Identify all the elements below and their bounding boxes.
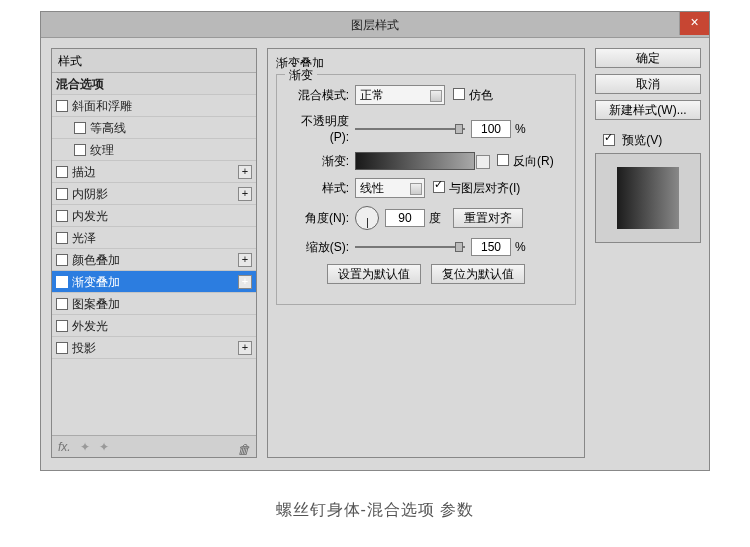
style-label: 外发光 xyxy=(72,319,108,333)
ok-button[interactable]: 确定 xyxy=(595,48,701,68)
angle-dial[interactable] xyxy=(355,206,379,230)
style-checkbox[interactable] xyxy=(56,320,68,332)
move-down-icon[interactable]: ✦ xyxy=(99,436,109,458)
style-select[interactable]: 线性 xyxy=(355,178,425,198)
style-row[interactable]: 外发光 xyxy=(52,315,256,337)
preview-checkbox[interactable] xyxy=(603,134,615,146)
group-label: 渐变 xyxy=(285,67,317,84)
style-label: 渐变叠加 xyxy=(72,275,120,289)
scale-input[interactable]: 150 xyxy=(471,238,511,256)
reverse-checkbox[interactable] xyxy=(497,154,509,166)
style-checkbox[interactable] xyxy=(56,210,68,222)
preview-swatch xyxy=(617,167,679,229)
button-panel: 确定 取消 新建样式(W)... 预览(V) xyxy=(595,48,701,243)
scale-label: 缩放(S): xyxy=(283,239,355,256)
style-row[interactable]: 图案叠加 xyxy=(52,293,256,315)
style-checkbox[interactable] xyxy=(56,232,68,244)
style-row[interactable]: 内阴影+ xyxy=(52,183,256,205)
style-checkbox[interactable] xyxy=(56,100,68,112)
opacity-label: 不透明度(P): xyxy=(283,113,355,144)
style-row[interactable]: 纹理 xyxy=(52,139,256,161)
titlebar[interactable]: 图层样式 × xyxy=(41,12,709,38)
style-label: 样式: xyxy=(283,180,355,197)
style-checkbox[interactable] xyxy=(56,188,68,200)
angle-label: 角度(N): xyxy=(283,210,355,227)
style-row[interactable]: 颜色叠加+ xyxy=(52,249,256,271)
caption: 螺丝钉身体-混合选项 参数 xyxy=(0,500,750,521)
style-row[interactable]: 混合选项 xyxy=(52,73,256,95)
style-checkbox[interactable] xyxy=(56,254,68,266)
styles-panel: 样式 混合选项斜面和浮雕等高线纹理描边+内阴影+内发光光泽颜色叠加+渐变叠加+图… xyxy=(51,48,257,458)
styles-footer: fx. ✦ ✦ 🗑 xyxy=(52,435,256,457)
add-effect-icon[interactable]: + xyxy=(238,165,252,179)
style-row[interactable]: 光泽 xyxy=(52,227,256,249)
style-label: 投影 xyxy=(72,341,96,355)
style-label: 混合选项 xyxy=(56,77,104,91)
reset-align-button[interactable]: 重置对齐 xyxy=(453,208,523,228)
style-label: 内发光 xyxy=(72,209,108,223)
make-default-button[interactable]: 设置为默认值 xyxy=(327,264,421,284)
reverse-label: 反向(R) xyxy=(513,153,554,170)
style-label: 图案叠加 xyxy=(72,297,120,311)
gradient-picker[interactable] xyxy=(355,152,475,170)
opacity-unit: % xyxy=(515,122,526,136)
gradient-group: 渐变 混合模式: 正常 仿色 不透明度(P): 100 % xyxy=(276,74,576,305)
align-checkbox[interactable] xyxy=(433,181,445,193)
fx-label[interactable]: fx. xyxy=(58,440,71,454)
add-effect-icon[interactable]: + xyxy=(238,253,252,267)
style-label: 纹理 xyxy=(90,143,114,157)
opacity-input[interactable]: 100 xyxy=(471,120,511,138)
style-row[interactable]: 斜面和浮雕 xyxy=(52,95,256,117)
preview-area xyxy=(595,153,701,243)
style-row[interactable]: 内发光 xyxy=(52,205,256,227)
dither-label: 仿色 xyxy=(469,87,493,104)
style-checkbox[interactable] xyxy=(74,122,86,134)
style-row[interactable]: 渐变叠加+ xyxy=(52,271,256,293)
options-panel: 渐变叠加 渐变 混合模式: 正常 仿色 不透明度(P): 100 % xyxy=(267,48,585,458)
style-checkbox[interactable] xyxy=(74,144,86,156)
style-label: 光泽 xyxy=(72,231,96,245)
reset-default-button[interactable]: 复位为默认值 xyxy=(431,264,525,284)
style-row[interactable]: 投影+ xyxy=(52,337,256,359)
style-row[interactable]: 描边+ xyxy=(52,161,256,183)
style-label: 内阴影 xyxy=(72,187,108,201)
dither-checkbox[interactable] xyxy=(453,88,465,100)
angle-input[interactable]: 90 xyxy=(385,209,425,227)
style-checkbox[interactable] xyxy=(56,342,68,354)
style-row[interactable]: 等高线 xyxy=(52,117,256,139)
style-label: 颜色叠加 xyxy=(72,253,120,267)
cancel-button[interactable]: 取消 xyxy=(595,74,701,94)
styles-header: 样式 xyxy=(52,49,256,73)
angle-unit: 度 xyxy=(429,210,441,227)
window-title: 图层样式 xyxy=(351,17,399,34)
blend-mode-select[interactable]: 正常 xyxy=(355,85,445,105)
trash-icon[interactable]: 🗑 xyxy=(237,439,250,461)
scale-slider[interactable] xyxy=(355,240,465,254)
style-checkbox[interactable] xyxy=(56,298,68,310)
opacity-slider[interactable] xyxy=(355,122,465,136)
style-checkbox[interactable] xyxy=(56,166,68,178)
styles-list: 混合选项斜面和浮雕等高线纹理描边+内阴影+内发光光泽颜色叠加+渐变叠加+图案叠加… xyxy=(52,73,256,435)
new-style-button[interactable]: 新建样式(W)... xyxy=(595,100,701,120)
style-label: 描边 xyxy=(72,165,96,179)
style-label: 斜面和浮雕 xyxy=(72,99,132,113)
gradient-label: 渐变: xyxy=(283,153,355,170)
layer-style-dialog: 图层样式 × 样式 混合选项斜面和浮雕等高线纹理描边+内阴影+内发光光泽颜色叠加… xyxy=(40,11,710,471)
style-label: 等高线 xyxy=(90,121,126,135)
add-effect-icon[interactable]: + xyxy=(238,275,252,289)
close-button[interactable]: × xyxy=(679,12,709,35)
scale-unit: % xyxy=(515,240,526,254)
align-label: 与图层对齐(I) xyxy=(449,180,520,197)
add-effect-icon[interactable]: + xyxy=(238,341,252,355)
style-checkbox[interactable] xyxy=(56,276,68,288)
preview-label: 预览(V) xyxy=(622,133,662,147)
add-effect-icon[interactable]: + xyxy=(238,187,252,201)
move-up-icon[interactable]: ✦ xyxy=(80,436,90,458)
blend-mode-label: 混合模式: xyxy=(283,87,355,104)
